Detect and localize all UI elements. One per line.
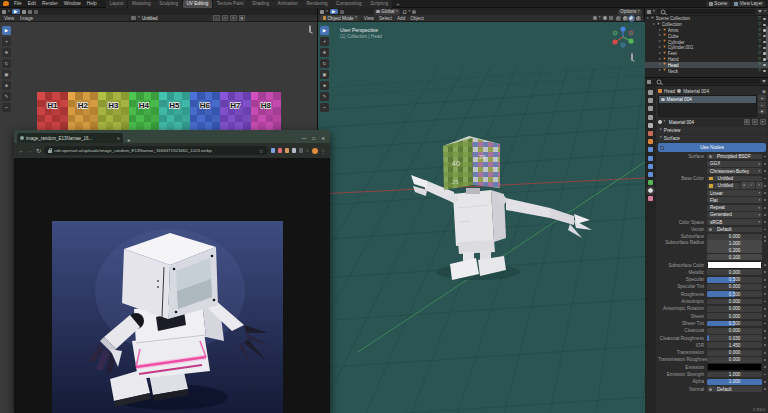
forward-button[interactable]: → — [27, 148, 33, 154]
editor-type-3d-icon[interactable] — [320, 10, 324, 14]
tool-select-box-icon[interactable]: ▶ — [2, 26, 11, 35]
preview-section-header[interactable]: ▸ Preview — [658, 127, 766, 134]
dropdown-srgb[interactable]: sRGB▾ — [707, 219, 762, 225]
tool-settings-icon[interactable] — [340, 10, 344, 14]
slider-alpha[interactable]: 1.000 — [707, 379, 762, 385]
back-button[interactable]: ← — [18, 148, 24, 154]
unlink-image-button[interactable]: ✕ — [756, 183, 762, 189]
new-image-button[interactable]: + — [213, 15, 220, 22]
properties-filter-icon[interactable] — [762, 80, 766, 83]
copy-material-button[interactable]: ⧉ — [744, 119, 751, 126]
disclosure-triangle-icon[interactable]: ▸ — [659, 34, 661, 38]
dropdown-christensen-burley[interactable]: Christensen-Burley▾ — [707, 168, 762, 174]
slider-subsurface[interactable]: 0.000 — [707, 234, 762, 240]
tool-annotate-icon[interactable]: ✎ — [2, 92, 11, 101]
disclosure-triangle-icon[interactable]: ▸ — [659, 69, 661, 73]
paint-mode-icon[interactable] — [28, 10, 32, 14]
material-specials-button[interactable]: ▾ — [760, 119, 767, 126]
slider-ior[interactable]: 1.450 — [707, 342, 762, 348]
view-mode-icon[interactable] — [22, 10, 26, 14]
viewport-menu-view[interactable]: View — [362, 16, 376, 21]
show-overlays-icon[interactable] — [603, 16, 607, 20]
viewport-zoom-icon[interactable] — [631, 54, 633, 60]
menu-file[interactable]: File — [11, 1, 25, 6]
menu-edit[interactable]: Edit — [25, 1, 39, 6]
tool-measure-icon[interactable]: ⌐ — [2, 103, 11, 112]
viewport-tool-move-icon[interactable]: ✥ — [320, 48, 329, 57]
outliner-row-neck[interactable]: ▸▼Neck▽ — [645, 68, 768, 74]
extension-orange-icon[interactable] — [285, 148, 290, 153]
dropdown-generated[interactable]: Generated▾ — [707, 212, 762, 218]
slot-specials-button[interactable]: ▾ — [758, 109, 766, 114]
slider-specular-tint[interactable]: 0.000 — [707, 284, 762, 290]
uv-menu-image[interactable]: Image — [18, 16, 35, 21]
dropdown-repeat[interactable]: Repeat▾ — [707, 205, 762, 211]
menu-help[interactable]: Help — [84, 1, 100, 6]
options-dropdown[interactable]: Options ▾ — [618, 9, 642, 15]
unlink-image-button[interactable]: ✕ — [230, 15, 237, 22]
breadcrumb-object[interactable]: Head — [664, 89, 675, 94]
extension-dark-icon[interactable] — [299, 148, 304, 153]
outliner-row-scene-collection[interactable]: ▸▼Scene Collection▽ — [645, 16, 768, 22]
breadcrumb-material[interactable]: Material 004 — [683, 89, 709, 94]
properties-search-input[interactable] — [653, 79, 760, 84]
workspace-tab-sculpting[interactable]: Sculpting — [155, 0, 182, 8]
value-field[interactable]: 0.100 — [707, 254, 762, 260]
dropdown-ggx[interactable]: GGX▾ — [707, 161, 762, 167]
tool-rotate-icon[interactable]: ↻ — [2, 59, 11, 68]
open-image-button[interactable]: ▱ — [222, 15, 229, 22]
viewport-tool-cursor-icon[interactable]: + — [320, 37, 329, 46]
disclosure-triangle-icon[interactable]: ▸ — [653, 23, 655, 27]
outliner-search-input[interactable] — [657, 9, 756, 14]
button-base-color[interactable]: Untitled — [707, 176, 762, 182]
extension-light-icon[interactable] — [292, 148, 297, 153]
add-workspace-button[interactable]: + — [397, 1, 400, 7]
active-tool-button[interactable]: ▶ — [12, 9, 20, 15]
minimize-button[interactable]: — — [302, 136, 307, 141]
reload-button[interactable]: ↻ — [36, 148, 41, 154]
filter-icon[interactable] — [758, 10, 762, 13]
viewport-menu-object[interactable]: Object — [408, 16, 426, 21]
blender-logo-icon[interactable] — [3, 1, 9, 6]
uv-menu-view[interactable]: View — [2, 16, 16, 21]
slider-clearcoat-roughness[interactable]: 0.030 — [707, 335, 762, 341]
surface-section-header[interactable]: ▾ Surface — [658, 135, 766, 142]
slider-metallic[interactable]: 0.000 — [707, 269, 762, 275]
viewport-scene[interactable]: 40 29 25 — [318, 22, 645, 413]
tool-scale-icon[interactable]: ▣ — [2, 70, 11, 79]
workspace-tab-uv-editing[interactable]: UV Editing — [183, 0, 213, 8]
use-nodes-button[interactable]: ✓ Use Nodes — [658, 143, 766, 152]
workspace-tab-texture-paint[interactable]: Texture Paint — [213, 0, 248, 8]
properties-editor-icon[interactable] — [647, 80, 651, 84]
editor-type-image-icon[interactable] — [2, 10, 6, 14]
tool-move-icon[interactable]: ✥ — [2, 48, 11, 57]
open-image-button[interactable]: ▱ — [749, 183, 755, 189]
properties-tab-scene-icon[interactable] — [648, 123, 653, 128]
workspace-tab-shading[interactable]: Shading — [248, 0, 273, 8]
tool-cursor-icon[interactable]: + — [2, 37, 11, 46]
properties-tab-constraints-icon[interactable] — [648, 172, 653, 177]
viewport-menu-add[interactable]: Add — [395, 16, 407, 21]
close-button[interactable]: ✕ — [321, 136, 325, 141]
image-datablock-field[interactable]: Untitled — [707, 183, 740, 189]
shading-rendered-button[interactable] — [636, 16, 641, 21]
workspace-tab-animation[interactable]: Animation — [273, 0, 301, 8]
viewport-tool-rotate-icon[interactable]: ↻ — [320, 59, 329, 68]
new-tab-button[interactable]: + — [127, 137, 131, 143]
viewport-tool-select-box-icon[interactable]: ▶ — [320, 26, 329, 35]
url-bar[interactable]: cdn.openart.ai/uploads/image_random_E13N… — [44, 146, 267, 155]
slider-roughness[interactable]: 0.500 — [707, 291, 762, 297]
button-vector[interactable]: Default — [707, 227, 762, 233]
disclosure-triangle-icon[interactable]: ▸ — [647, 17, 649, 21]
remove-slot-button[interactable]: − — [758, 102, 766, 108]
properties-tab-view-layer-icon[interactable] — [648, 115, 653, 120]
workspace-tab-compositing[interactable]: Compositing — [332, 0, 366, 8]
profile-avatar[interactable] — [312, 148, 318, 154]
viewport-tool-annotate-icon[interactable]: ✎ — [320, 92, 329, 101]
browser-menu-icon[interactable]: ⋮ — [321, 148, 327, 154]
dropdown-flat[interactable]: Flat▾ — [707, 197, 762, 203]
disclosure-triangle-icon[interactable]: ▸ — [659, 29, 661, 33]
slider-emission-strength[interactable]: 1.000 — [707, 372, 762, 378]
shading-solid-button[interactable] — [623, 16, 628, 21]
disclosure-triangle-icon[interactable]: ▸ — [659, 46, 661, 50]
